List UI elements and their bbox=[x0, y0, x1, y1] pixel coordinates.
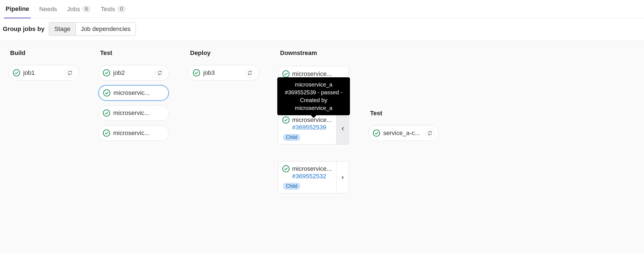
job-pill[interactable]: microservic... bbox=[98, 105, 169, 121]
stage-title: Test bbox=[98, 49, 169, 57]
status-passed-icon bbox=[282, 116, 290, 124]
tab-tests-label: Tests bbox=[101, 6, 115, 13]
job-pill[interactable]: job1 bbox=[8, 65, 79, 81]
job-name: job2 bbox=[113, 69, 152, 76]
job-name: microservic... bbox=[113, 129, 165, 137]
tab-jobs[interactable]: Jobs 6 bbox=[65, 0, 93, 18]
group-deps-button[interactable]: Job dependencies bbox=[75, 23, 136, 35]
tab-jobs-label: Jobs bbox=[67, 6, 80, 13]
status-passed-icon bbox=[103, 89, 111, 97]
filter-bar: Group jobs by Stage Job dependencies bbox=[0, 18, 644, 41]
stage-title: Test bbox=[368, 110, 439, 117]
retry-button[interactable] bbox=[425, 128, 435, 138]
pipeline-id-link[interactable]: #369552532 bbox=[292, 173, 333, 180]
stage-title: Deploy bbox=[188, 49, 259, 57]
child-badge: Child bbox=[283, 183, 300, 190]
job-name: microservic... bbox=[113, 89, 164, 97]
expanded-downstream-stage: Test service_a-c... bbox=[368, 49, 439, 141]
job-pill[interactable]: microservic... bbox=[98, 85, 169, 101]
job-pill[interactable]: service_a-c... bbox=[368, 125, 439, 141]
tooltip-text: microservice_a #369552539 - passed - Cre… bbox=[285, 81, 342, 111]
retry-button[interactable] bbox=[155, 68, 165, 78]
tab-pipeline[interactable]: Pipeline bbox=[4, 0, 31, 18]
svg-point-5 bbox=[193, 69, 200, 76]
stage-test: Test job2 microservic... microservic... … bbox=[98, 49, 169, 141]
tabs: Pipeline Needs Jobs 6 Tests 0 bbox=[0, 0, 644, 18]
chevron-left-icon bbox=[340, 126, 345, 131]
tooltip: microservice_a #369552539 - passed - Cre… bbox=[277, 77, 350, 115]
svg-point-2 bbox=[103, 90, 110, 96]
expand-button[interactable] bbox=[336, 162, 349, 193]
group-jobs-label: Group jobs by bbox=[3, 25, 44, 33]
jobs-count-badge: 6 bbox=[82, 6, 91, 13]
status-passed-icon bbox=[103, 129, 110, 137]
retry-button[interactable] bbox=[245, 68, 255, 78]
svg-point-1 bbox=[103, 69, 110, 76]
downstream-name: microservice... bbox=[292, 70, 332, 78]
chevron-right-icon bbox=[340, 175, 345, 180]
svg-point-7 bbox=[283, 117, 289, 123]
status-passed-icon bbox=[282, 70, 290, 78]
stage-title: Downstream bbox=[278, 49, 349, 57]
retry-icon bbox=[247, 70, 253, 76]
svg-point-9 bbox=[373, 130, 380, 136]
status-passed-icon bbox=[103, 69, 110, 77]
status-passed-icon bbox=[282, 165, 290, 173]
stage-build: Build job1 bbox=[8, 49, 79, 81]
status-passed-icon bbox=[373, 129, 380, 137]
group-segment: Stage Job dependencies bbox=[49, 22, 136, 36]
job-name: microservic... bbox=[113, 109, 165, 117]
svg-point-6 bbox=[283, 71, 289, 77]
tests-count-badge: 0 bbox=[117, 6, 126, 13]
svg-point-8 bbox=[283, 165, 289, 172]
expand-button[interactable] bbox=[336, 113, 349, 144]
job-name: job1 bbox=[23, 69, 62, 76]
stage-deploy: Deploy job3 bbox=[188, 49, 259, 81]
job-pill[interactable]: job3 bbox=[188, 65, 259, 81]
group-stage-button[interactable]: Stage bbox=[49, 23, 75, 35]
pipeline-id-link[interactable]: #369552539 bbox=[292, 124, 333, 131]
downstream-name: microservice... bbox=[292, 165, 333, 172]
child-badge: Child bbox=[283, 134, 300, 141]
stage-title: Build bbox=[8, 49, 79, 57]
svg-point-0 bbox=[13, 69, 20, 76]
status-passed-icon bbox=[13, 69, 20, 77]
pipeline-canvas[interactable]: Build job1 Test job2 microservic bbox=[0, 41, 644, 253]
retry-icon bbox=[157, 70, 163, 76]
job-name: service_a-c... bbox=[383, 129, 422, 137]
retry-button[interactable] bbox=[65, 68, 75, 78]
svg-point-3 bbox=[103, 110, 110, 116]
job-pill[interactable]: job2 bbox=[98, 65, 169, 81]
tab-needs[interactable]: Needs bbox=[37, 0, 59, 18]
stage-downstream: Downstream microservice... microservice_… bbox=[278, 49, 349, 193]
downstream-card[interactable]: microservice... #369552532 Child bbox=[278, 161, 349, 193]
job-pill[interactable]: microservic... bbox=[98, 125, 169, 141]
status-passed-icon bbox=[193, 69, 200, 77]
job-name: job3 bbox=[203, 69, 242, 76]
svg-point-4 bbox=[103, 130, 110, 136]
retry-icon bbox=[427, 130, 433, 136]
retry-icon bbox=[67, 70, 73, 76]
tab-tests[interactable]: Tests 0 bbox=[99, 0, 127, 18]
status-passed-icon bbox=[103, 109, 110, 117]
